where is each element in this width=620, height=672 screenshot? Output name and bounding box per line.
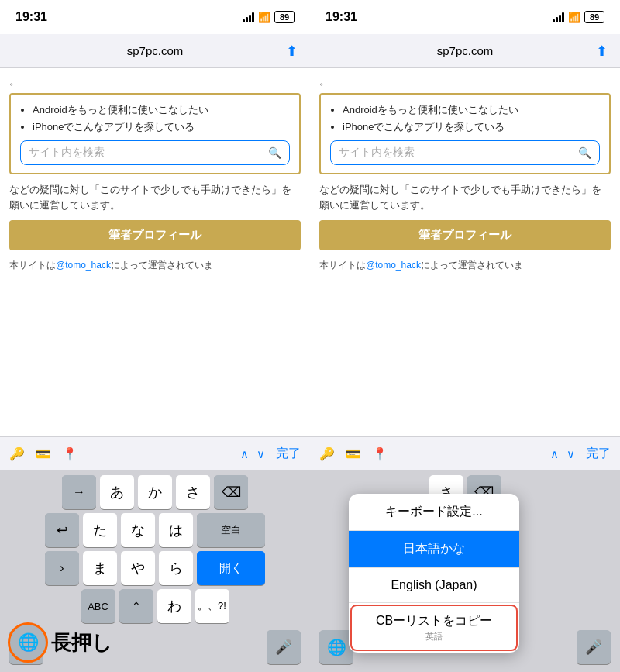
right-bullet-list: Androidをもっと便利に使いこなしたい iPhoneでこんなアプリを探してい… bbox=[330, 102, 600, 134]
left-toolbar-card-icon[interactable]: 💳 bbox=[36, 446, 51, 461]
left-mic-btn[interactable]: 🎤 bbox=[267, 630, 301, 664]
left-kbd-row4: ABC ⌃ わ 。、?! bbox=[3, 589, 307, 623]
left-key-chevron[interactable]: › bbox=[45, 551, 79, 585]
right-toolbar: 🔑 💳 📍 ∧ ∨ 完了 bbox=[310, 436, 620, 470]
right-toolbar-key-icon[interactable]: 🔑 bbox=[319, 446, 335, 461]
left-key-enter[interactable]: 開く bbox=[197, 551, 265, 585]
left-key-hat[interactable]: ⌃ bbox=[119, 589, 153, 623]
left-done-btn[interactable]: 完了 bbox=[276, 446, 301, 462]
right-keyboard-container: キーボード設定... 日本語かな English (Japan) CBーリストを… bbox=[310, 470, 620, 672]
left-key-ha[interactable]: は bbox=[159, 513, 193, 547]
right-done-btn[interactable]: 完了 bbox=[586, 446, 611, 462]
long-press-label: 🌐 長押し bbox=[8, 622, 112, 663]
left-toolbar-location-icon[interactable]: 📍 bbox=[62, 446, 78, 461]
left-key-ta[interactable]: た bbox=[83, 513, 117, 547]
left-kbd-row1: → あ か さ ⌫ bbox=[3, 475, 307, 509]
left-kbd-row3: › ま や ら 開く bbox=[3, 551, 307, 585]
left-description: などの疑問に対し「このサイトで少しでも手助けできたら」を願いに運営しています。 bbox=[9, 182, 301, 212]
left-content-box: Androidをもっと便利に使いこなしたい iPhoneでこんなアプリを探してい… bbox=[9, 93, 301, 174]
left-key-abc[interactable]: ABC bbox=[81, 589, 115, 623]
right-toolbar-down[interactable]: ∨ bbox=[567, 447, 575, 461]
left-key-ma[interactable]: ま bbox=[83, 551, 117, 585]
left-url[interactable]: sp7pc.com bbox=[127, 44, 184, 57]
left-status-bar: 19:31 📶 89 bbox=[0, 0, 310, 34]
left-key-arrow[interactable]: → bbox=[62, 475, 96, 509]
context-menu-keyboard-settings[interactable]: キーボード設定... bbox=[349, 494, 519, 531]
left-web-content: 。 Androidをもっと便利に使いこなしたい iPhoneでこんなアプリを探し… bbox=[0, 68, 310, 436]
context-menu-japanese[interactable]: 日本語かな bbox=[349, 531, 519, 568]
left-bullet-1: Androidをもっと便利に使いこなしたい bbox=[33, 102, 290, 118]
right-globe-icon: 🌐 bbox=[327, 638, 346, 656]
left-key-a[interactable]: あ bbox=[100, 475, 134, 509]
right-bullet-1: Androidをもっと便利に使いこなしたい bbox=[343, 102, 600, 118]
signal-icon bbox=[243, 12, 254, 22]
left-key-delete[interactable]: ⌫ bbox=[214, 475, 248, 509]
left-status-time: 19:31 bbox=[16, 10, 47, 24]
left-toolbar-key-icon[interactable]: 🔑 bbox=[9, 446, 25, 461]
left-site-text: 本サイトは@tomo_hackによって運営されていま bbox=[9, 258, 301, 272]
context-menu-cb-copy-label: CBーリストをコピー bbox=[364, 613, 504, 629]
left-key-sa[interactable]: さ bbox=[176, 475, 210, 509]
right-url[interactable]: sp7pc.com bbox=[437, 44, 494, 57]
left-toolbar-down[interactable]: ∨ bbox=[257, 447, 265, 461]
left-battery: 89 bbox=[274, 11, 294, 23]
left-toolbar: 🔑 💳 📍 ∧ ∨ 完了 bbox=[0, 436, 310, 470]
long-press-globe-icon: 🌐 bbox=[8, 622, 48, 663]
right-search-placeholder: サイト内を検索 bbox=[339, 146, 415, 160]
right-mic-icon: 🎤 bbox=[585, 639, 602, 656]
left-key-ya[interactable]: や bbox=[121, 551, 155, 585]
right-toolbar-nav: ∧ ∨ bbox=[550, 447, 575, 461]
left-key-wa[interactable]: わ bbox=[157, 589, 191, 623]
right-mic-btn[interactable]: 🎤 bbox=[577, 630, 611, 664]
left-bullet-2: iPhoneでこんなアプリを探している bbox=[33, 119, 290, 135]
left-kbd-row2: ↩ た な は 空白 bbox=[3, 513, 307, 547]
left-status-icons: 📶 89 bbox=[243, 11, 294, 23]
left-bullet-list: Androidをもっと便利に使いこなしたい iPhoneでこんなアプリを探してい… bbox=[20, 102, 290, 134]
right-search-box[interactable]: サイト内を検索 🔍 bbox=[330, 140, 600, 165]
right-signal-icon bbox=[553, 12, 564, 22]
left-site-link[interactable]: @tomo_hack bbox=[56, 260, 111, 271]
context-menu-english[interactable]: English (Japan) bbox=[349, 568, 519, 603]
left-search-icon: 🔍 bbox=[268, 146, 281, 159]
right-site-text: 本サイトは@tomo_hackによって運営されていま bbox=[319, 258, 611, 272]
right-share-icon[interactable]: ⬆ bbox=[596, 43, 608, 60]
right-browser-bar: sp7pc.com ⬆ bbox=[310, 34, 620, 68]
right-search-icon: 🔍 bbox=[578, 146, 591, 159]
right-web-content: 。 Androidをもっと便利に使いこなしたい iPhoneでこんなアプリを探し… bbox=[310, 68, 620, 436]
context-menu-cb-copy-sub: 英語 bbox=[364, 631, 504, 643]
right-toolbar-card-icon[interactable]: 💳 bbox=[346, 446, 361, 461]
left-key-space[interactable]: 空白 bbox=[197, 513, 265, 547]
context-menu[interactable]: キーボード設定... 日本語かな English (Japan) CBーリストを… bbox=[349, 494, 519, 653]
left-search-box[interactable]: サイト内を検索 🔍 bbox=[20, 140, 290, 165]
right-bullet-2: iPhoneでこんなアプリを探している bbox=[343, 119, 600, 135]
left-key-ra[interactable]: ら bbox=[159, 551, 193, 585]
left-browser-bar: sp7pc.com ⬆ bbox=[0, 34, 310, 68]
left-key-ka[interactable]: か bbox=[138, 475, 172, 509]
left-key-na[interactable]: な bbox=[121, 513, 155, 547]
right-site-link[interactable]: @tomo_hack bbox=[366, 260, 421, 271]
right-toolbar-location-icon[interactable]: 📍 bbox=[372, 446, 388, 461]
left-search-placeholder: サイト内を検索 bbox=[29, 146, 105, 160]
left-yo: 。 bbox=[9, 74, 301, 88]
left-share-icon[interactable]: ⬆ bbox=[286, 43, 298, 60]
right-description: などの疑問に対し「このサイトで少しでも手助けできたら」を願いに運営しています。 bbox=[319, 182, 611, 212]
left-key-undo[interactable]: ↩ bbox=[45, 513, 79, 547]
right-panel: 19:31 📶 89 sp7pc.com ⬆ 。 Androidをもっと便利に使… bbox=[310, 0, 620, 672]
long-press-text: 長押し bbox=[51, 629, 112, 656]
wifi-icon: 📶 bbox=[258, 12, 270, 23]
left-toolbar-nav: ∧ ∨ bbox=[240, 447, 265, 461]
right-toolbar-up[interactable]: ∧ bbox=[550, 447, 559, 461]
left-toolbar-up[interactable]: ∧ bbox=[240, 447, 249, 461]
right-content-box: Androidをもっと便利に使いこなしたい iPhoneでこんなアプリを探してい… bbox=[319, 93, 611, 174]
right-wifi-icon: 📶 bbox=[568, 12, 580, 23]
right-status-bar: 19:31 📶 89 bbox=[310, 0, 620, 34]
left-profile-btn[interactable]: 筆者プロフィール bbox=[9, 220, 301, 250]
left-panel: 19:31 📶 89 sp7pc.com ⬆ 。 Androidをもっと便利に使… bbox=[0, 0, 310, 672]
right-battery: 89 bbox=[584, 11, 604, 23]
right-profile-btn[interactable]: 筆者プロフィール bbox=[319, 220, 611, 250]
right-status-time: 19:31 bbox=[326, 10, 357, 24]
context-menu-cb-copy[interactable]: CBーリストをコピー 英語 bbox=[349, 603, 519, 653]
right-yo: 。 bbox=[319, 74, 611, 88]
left-key-punct[interactable]: 。、?! bbox=[195, 589, 229, 623]
right-status-icons: 📶 89 bbox=[553, 11, 604, 23]
